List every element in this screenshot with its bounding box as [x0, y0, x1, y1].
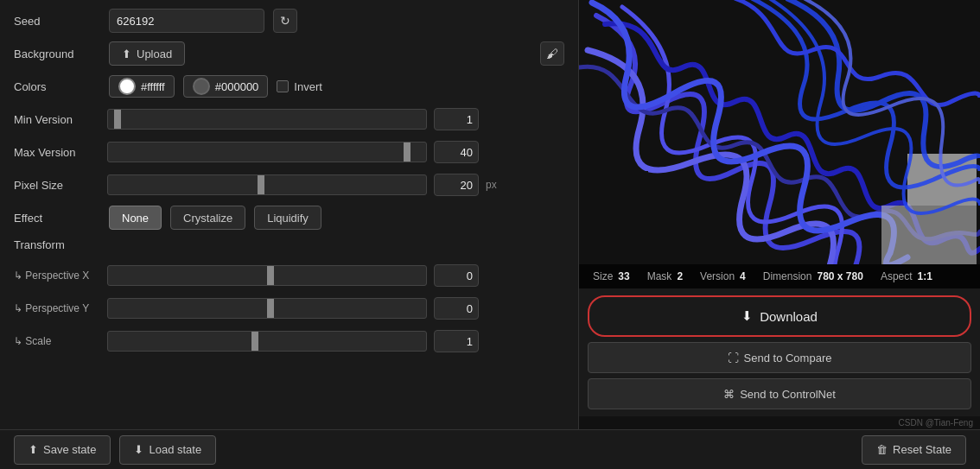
seed-input[interactable]: [109, 9, 264, 33]
background-row: Background ⬆ Upload 🖌: [14, 41, 564, 66]
version-info: Version 4: [700, 270, 746, 282]
seed-row: Seed ↻: [14, 9, 564, 33]
color2-value: #000000: [215, 80, 259, 93]
load-state-button[interactable]: ⬇ Load state: [119, 435, 216, 465]
effect-row: Effect None Crystalize Liquidify: [14, 206, 564, 230]
aspect-info: Aspect 1:1: [881, 270, 932, 282]
save-icon: ⬆: [29, 443, 38, 456]
min-version-row: Min Version: [14, 107, 564, 131]
send-controlnet-button[interactable]: ⌘ Send to ControlNet: [588, 378, 971, 409]
version-value: 4: [740, 270, 746, 282]
effect-crystalize-button[interactable]: Crystalize: [170, 206, 245, 230]
effect-label: Effect: [14, 212, 100, 225]
color2-swatch: [193, 78, 210, 95]
svg-rect-2: [881, 206, 977, 264]
dimension-info: Dimension 780 x 780: [763, 270, 863, 282]
pixel-size-row: Pixel Size px: [14, 173, 564, 197]
pixel-size-unit: px: [486, 179, 503, 191]
max-version-input[interactable]: [434, 141, 479, 163]
image-info-bar: Size 33 Mask 2 Version 4 Dimension 780 x…: [579, 264, 980, 288]
refresh-seed-button[interactable]: ↻: [273, 9, 297, 33]
scale-slider[interactable]: [107, 331, 427, 352]
min-version-input[interactable]: [434, 108, 479, 130]
image-area: 3: [579, 0, 980, 264]
pixel-size-slider[interactable]: [107, 174, 427, 195]
left-panel: Seed ↻ Background ⬆ Upload 🖌 Colors #fff…: [0, 0, 579, 429]
bg-paint-button[interactable]: 🖌: [540, 41, 564, 66]
send-controlnet-label: Send to ControlNet: [740, 388, 836, 401]
right-panel: 3 Size 33 Mask 2 Version 4 Dimension 780…: [579, 0, 980, 429]
perspective-x-slider[interactable]: [107, 265, 427, 286]
perspective-x-label: ↳ Perspective X: [14, 269, 100, 282]
min-version-slider[interactable]: [107, 109, 427, 130]
invert-label: Invert: [294, 80, 322, 93]
perspective-y-label: ↳ Perspective Y: [14, 302, 100, 314]
pixel-size-input[interactable]: [434, 174, 479, 196]
download-button[interactable]: ⬇ Download: [588, 295, 971, 337]
upload-icon: ⬆: [122, 48, 131, 60]
reset-state-label: Reset State: [893, 443, 951, 456]
effect-none-button[interactable]: None: [109, 206, 162, 230]
color1-swatch: [118, 78, 136, 95]
pixel-size-thumb[interactable]: [258, 175, 264, 194]
download-label: Download: [760, 309, 818, 324]
save-state-label: Save state: [43, 443, 96, 456]
mask-label: Mask: [647, 270, 672, 282]
reset-state-button[interactable]: 🗑 Reset State: [862, 435, 966, 465]
compare-icon: ⛶: [728, 352, 739, 364]
save-state-button[interactable]: ⬆ Save state: [14, 435, 111, 465]
scale-thumb[interactable]: [251, 332, 258, 351]
aspect-label: Aspect: [881, 270, 913, 282]
color2-button[interactable]: #000000: [183, 75, 269, 98]
bottom-bar: ⬆ Save state ⬇ Load state 🗑 Reset State: [0, 429, 980, 469]
perspective-x-input[interactable]: [434, 264, 479, 287]
scale-input[interactable]: [434, 330, 479, 352]
mask-info: Mask 2: [647, 270, 683, 282]
max-version-slider[interactable]: [107, 142, 427, 162]
perspective-y-row: ↳ Perspective Y: [14, 296, 564, 320]
preview-image: 3: [579, 0, 980, 264]
scale-label: ↳ Scale: [14, 335, 100, 347]
max-version-thumb[interactable]: [404, 143, 410, 162]
transform-section: Transform: [14, 238, 564, 255]
size-info: Size 33: [593, 270, 630, 282]
mask-value: 2: [677, 270, 683, 282]
dimension-label: Dimension: [763, 270, 812, 282]
version-label: Version: [700, 270, 735, 282]
perspective-x-thumb[interactable]: [267, 266, 274, 285]
download-icon: ⬇: [741, 308, 753, 324]
background-label: Background: [14, 48, 100, 60]
invert-checkbox-wrap[interactable]: Invert: [277, 80, 322, 93]
invert-checkbox[interactable]: [277, 80, 289, 92]
dimension-value: 780 x 780: [817, 270, 862, 282]
transform-label: Transform: [14, 238, 564, 251]
colors-label: Colors: [14, 80, 100, 93]
trash-icon: 🗑: [876, 443, 888, 456]
aspect-value: 1:1: [918, 270, 932, 282]
colors-row: Colors #ffffff #000000 Invert: [14, 74, 564, 98]
controlnet-icon: ⌘: [723, 388, 735, 401]
perspective-y-slider[interactable]: [107, 298, 427, 319]
perspective-y-input[interactable]: [434, 297, 479, 320]
upload-button[interactable]: ⬆ Upload: [109, 41, 185, 66]
scale-row: ↳ Scale: [14, 329, 564, 353]
max-version-row: Max Version: [14, 140, 564, 164]
pixel-size-label: Pixel Size: [14, 179, 100, 192]
watermark: CSDN @Tian-Feng: [579, 416, 980, 429]
load-icon: ⬇: [134, 443, 143, 456]
svg-rect-3: [596, 171, 648, 240]
color1-button[interactable]: #ffffff: [109, 75, 175, 98]
size-label: Size: [593, 270, 613, 282]
load-state-label: Load state: [149, 443, 201, 456]
effect-liquidify-button[interactable]: Liquidify: [254, 206, 321, 230]
min-version-label: Min Version: [14, 113, 100, 126]
perspective-y-thumb[interactable]: [267, 299, 274, 318]
size-value: 33: [618, 270, 629, 282]
right-actions: ⬇ Download ⛶ Send to Compare ⌘ Send to C…: [579, 288, 980, 416]
send-compare-button[interactable]: ⛶ Send to Compare: [588, 342, 971, 373]
perspective-x-row: ↳ Perspective X: [14, 263, 564, 288]
seed-label: Seed: [14, 15, 100, 28]
max-version-label: Max Version: [14, 146, 100, 159]
send-compare-label: Send to Compare: [744, 352, 832, 364]
min-version-thumb[interactable]: [114, 110, 121, 129]
